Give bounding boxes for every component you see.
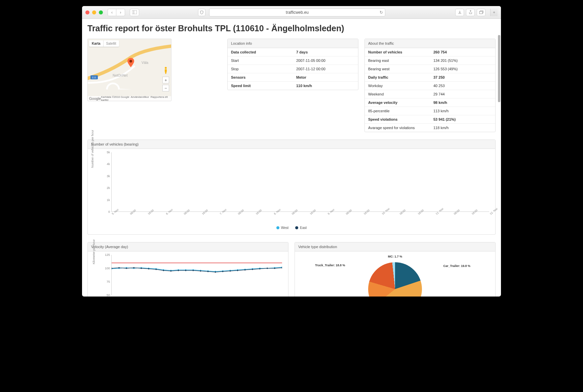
map-tab-map[interactable]: Karta — [89, 40, 103, 47]
table-row: Speed limit110 km/h — [228, 82, 358, 90]
svg-point-56 — [259, 268, 261, 270]
tabs-icon — [479, 10, 483, 14]
zoom-in-button[interactable]: + — [162, 77, 169, 83]
panel-header: Number of vehicles (bearing) — [88, 140, 495, 149]
table-row: Start2007-11-05 00:00 — [228, 56, 358, 65]
svg-point-57 — [267, 268, 268, 269]
chart-legend: West East — [92, 224, 491, 232]
panel-header: Location info — [228, 39, 358, 48]
table-row: Bearing west126 553 (49%) — [365, 65, 495, 73]
svg-point-46 — [185, 270, 187, 271]
svg-point-3 — [107, 83, 119, 89]
table-row: Weekend29 744 — [365, 90, 495, 99]
svg-point-53 — [237, 270, 238, 271]
svg-point-43 — [163, 270, 164, 271]
map[interactable]: Karta Satellit 111 111 Väla NetOnNet + — [87, 39, 171, 101]
svg-point-49 — [207, 271, 209, 272]
table-row: Avarage speed for violations118 km/h — [365, 124, 495, 132]
back-button[interactable]: ‹ — [108, 9, 116, 16]
svg-point-11 — [165, 67, 167, 69]
svg-text:NetOnNet: NetOnNet — [113, 74, 128, 77]
minimize-icon[interactable] — [92, 10, 96, 14]
svg-point-10 — [129, 60, 132, 63]
sidebar-icon — [132, 10, 137, 14]
vehicles-chart-panel: Number of vehicles (bearing) Number of v… — [87, 140, 496, 235]
vehicle-type-panel: Vehicle type distribution MC: 1.7 % Car_… — [295, 242, 496, 297]
legend-dot-icon — [295, 226, 298, 229]
table-row: Daily traffic37 250 — [365, 73, 495, 82]
page-content: Traffic report for öster Brohults TPL (1… — [82, 19, 501, 297]
scrollbar[interactable] — [498, 35, 500, 102]
svg-point-42 — [155, 269, 157, 270]
table-row: Stop2007-11-12 00:00 — [228, 65, 358, 73]
svg-point-52 — [230, 270, 231, 272]
window-controls — [85, 10, 103, 14]
y-axis-label: Number of vehicles per hour — [91, 130, 94, 168]
table-row: Number of vehicles260 754 — [365, 48, 495, 56]
zoom-out-button[interactable]: − — [162, 85, 169, 91]
svg-point-38 — [126, 268, 127, 269]
svg-text:Väla: Väla — [142, 61, 148, 65]
bar-chart: Number of vehicles per hour 01k2k3k4k5k … — [103, 152, 491, 218]
svg-point-45 — [178, 270, 179, 271]
sidebar-toggle-button[interactable] — [130, 9, 139, 16]
svg-point-39 — [133, 267, 134, 268]
svg-point-37 — [118, 267, 120, 268]
location-info-panel: Location info Data collected7 daysStart2… — [227, 39, 358, 90]
table-row: Average velocity98 km/h — [365, 99, 495, 107]
share-icon — [469, 10, 472, 14]
table-row: SensorsMetor — [228, 73, 358, 82]
reload-icon[interactable]: ↻ — [380, 10, 383, 15]
table-row: 85-percentile113 km/h — [365, 107, 495, 115]
maximize-icon[interactable] — [99, 10, 103, 14]
svg-point-40 — [141, 268, 142, 269]
streetview-icon[interactable] — [163, 67, 168, 74]
share-button[interactable] — [466, 9, 475, 16]
panel-header: Velocity (Average day) — [88, 242, 288, 251]
svg-point-51 — [222, 271, 224, 272]
velocity-chart-panel: Velocity (Average day) Kilometer per hou… — [87, 242, 288, 297]
pie-chart: MC: 1.7 % Car_Trailer: 19.8 % Truck: 15.… — [300, 255, 491, 297]
svg-rect-0 — [132, 10, 137, 14]
site-settings-button[interactable] — [198, 9, 205, 16]
svg-point-50 — [215, 271, 216, 273]
browser-window: ‹ › trafficweb.eu ↻ + Traffic report for… — [82, 6, 501, 297]
forward-button[interactable]: › — [116, 9, 125, 16]
url-text: trafficweb.eu — [286, 10, 309, 15]
svg-point-48 — [200, 270, 201, 272]
new-tab-button[interactable]: + — [490, 9, 498, 16]
about-traffic-panel: About the traffic Number of vehicles260 … — [364, 39, 496, 132]
download-icon — [458, 10, 462, 14]
shield-icon — [200, 10, 204, 14]
map-attribution: Google Kartdata ©2016 Google Användarvil… — [88, 96, 171, 101]
map-pin-icon — [127, 58, 134, 67]
svg-point-58 — [274, 268, 275, 269]
table-row: Data collected7 days — [228, 48, 358, 56]
svg-point-55 — [252, 269, 253, 270]
svg-point-44 — [170, 270, 172, 272]
legend-dot-icon — [276, 226, 279, 229]
map-tab-satellite[interactable]: Satellit — [103, 40, 119, 47]
y-axis-label: Kilometer per hour — [92, 239, 95, 264]
line-chart: Kilometer per hour 5075100125 — [103, 255, 283, 295]
download-button[interactable] — [455, 9, 464, 16]
svg-point-41 — [148, 268, 149, 270]
svg-point-54 — [244, 269, 246, 271]
svg-point-47 — [193, 270, 194, 271]
svg-rect-2 — [479, 11, 482, 14]
address-bar[interactable]: trafficweb.eu ↻ — [209, 8, 385, 16]
titlebar: ‹ › trafficweb.eu ↻ + — [82, 6, 501, 19]
panel-header: Vehicle type distribution — [295, 242, 495, 251]
tabs-button[interactable] — [477, 9, 485, 16]
table-row: Speed violations53 941 (21%) — [365, 115, 495, 124]
page-title: Traffic report for öster Brohults TPL (1… — [87, 24, 496, 33]
close-icon[interactable] — [85, 10, 89, 14]
panel-header: About the traffic — [365, 39, 495, 48]
svg-text:111: 111 — [92, 76, 96, 79]
table-row: Workday40 253 — [365, 82, 495, 90]
table-row: Bearing east134 201 (51%) — [365, 56, 495, 65]
